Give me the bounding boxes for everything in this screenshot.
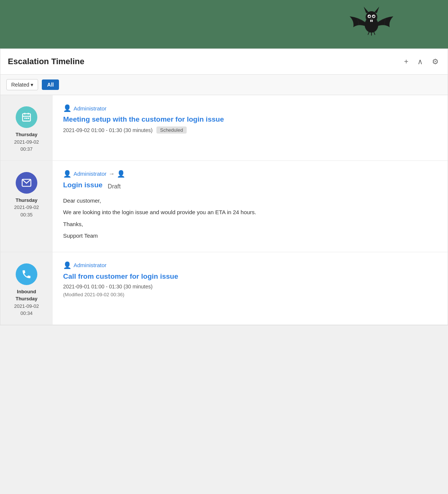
entry-meta-3: 2021-09-01 01:00 - 01:30 (30 minutes): [63, 284, 437, 290]
panel-title: Escalation Timeline: [8, 57, 84, 66]
author-name-3[interactable]: Administrator: [74, 262, 106, 268]
svg-rect-21: [26, 118, 28, 119]
timeline-left-2: Thursday 2021-09-02 00:35: [0, 161, 53, 252]
svg-rect-11: [370, 20, 371, 22]
main-panel: Escalation Timeline + ∧ ⚙ Related ▾ All: [0, 49, 448, 325]
body-line-2: We are looking into the login issue and …: [63, 207, 437, 217]
body-line-1: Dear customer,: [63, 196, 437, 206]
status-badge-1: Scheduled: [156, 126, 187, 134]
entry-author-2: 👤 Administrator → 👤: [63, 170, 437, 178]
author-name-1[interactable]: Administrator: [74, 105, 106, 112]
person-icon-3: 👤: [63, 261, 71, 269]
top-banner: [0, 0, 448, 49]
person-icon: 👤: [63, 104, 71, 112]
timeline-item: Thursday 2021-09-02 00:37 👤 Administrato…: [0, 95, 448, 161]
person-icon-2: 👤: [63, 170, 71, 178]
svg-point-1: [365, 11, 377, 23]
timeline-date-1: Thursday 2021-09-02 00:37: [14, 131, 39, 153]
all-filter-button[interactable]: All: [42, 79, 59, 90]
bat-decoration: [347, 2, 396, 44]
svg-line-15: [374, 32, 375, 35]
timeline-content-1: 👤 Administrator Meeting setup with the c…: [53, 95, 448, 160]
body-line-3: Thanks,: [63, 219, 437, 229]
entry-modified-3: (Modified 2021-09-02 00:36): [63, 292, 437, 297]
filter-bar: Related ▾ All: [0, 75, 448, 95]
svg-rect-22: [28, 118, 29, 119]
timeline-left-3: Inbound Thursday 2021-09-02 00:34: [0, 252, 53, 325]
entry-author-1: 👤 Administrator: [63, 104, 437, 112]
timeline-content-3: 👤 Administrator Call from customer for l…: [53, 252, 448, 325]
settings-button[interactable]: ⚙: [430, 56, 440, 68]
related-filter-button[interactable]: Related ▾: [6, 79, 38, 90]
entry-body-2: Dear customer, We are looking into the l…: [63, 196, 437, 241]
person-icon-recipient: 👤: [117, 170, 125, 178]
svg-point-6: [368, 15, 370, 16]
svg-rect-12: [372, 20, 373, 22]
entry-title-3[interactable]: Call from customer for login issue: [63, 272, 437, 281]
calendar-icon: [16, 106, 37, 128]
svg-line-13: [368, 32, 369, 35]
timeline-date-3: Inbound Thursday 2021-09-02 00:34: [14, 288, 39, 317]
phone-icon: [16, 263, 37, 285]
email-icon: [16, 172, 37, 194]
timeline-left-1: Thursday 2021-09-02 00:37: [0, 95, 53, 160]
entry-author-3: 👤 Administrator: [63, 261, 437, 269]
svg-rect-20: [24, 118, 26, 119]
timeline: Thursday 2021-09-02 00:37 👤 Administrato…: [0, 95, 448, 325]
header-actions: + ∧ ⚙: [402, 56, 440, 68]
body-line-4: Support Team: [63, 231, 437, 241]
entry-meta-1: 2021-09-02 01:00 - 01:30 (30 minutes) Sc…: [63, 126, 437, 134]
svg-point-10: [370, 18, 372, 19]
related-label: Related: [11, 82, 29, 88]
svg-marker-3: [374, 7, 379, 13]
entry-title-1[interactable]: Meeting setup with the customer for logi…: [63, 115, 437, 124]
svg-marker-2: [364, 7, 368, 13]
author-name-2[interactable]: Administrator: [74, 171, 106, 177]
entry-title-row-2: Login issue Draft: [63, 181, 437, 192]
timeline-content-2: 👤 Administrator → 👤 Login issue Draft De…: [53, 161, 448, 252]
entry-title-2[interactable]: Login issue: [63, 181, 103, 189]
timeline-item-3: Inbound Thursday 2021-09-02 00:34 👤 Admi…: [0, 252, 448, 325]
collapse-button[interactable]: ∧: [416, 56, 424, 68]
svg-point-9: [373, 15, 374, 16]
timeline-date-2: Thursday 2021-09-02 00:35: [14, 197, 39, 219]
timeline-item-2: Thursday 2021-09-02 00:35 👤 Administrato…: [0, 161, 448, 252]
chevron-down-icon: ▾: [31, 82, 33, 88]
arrow-icon: →: [109, 171, 115, 177]
panel-header: Escalation Timeline + ∧ ⚙: [0, 49, 448, 75]
svg-rect-16: [23, 114, 31, 121]
add-button[interactable]: +: [402, 56, 410, 68]
draft-label: Draft: [108, 183, 121, 190]
